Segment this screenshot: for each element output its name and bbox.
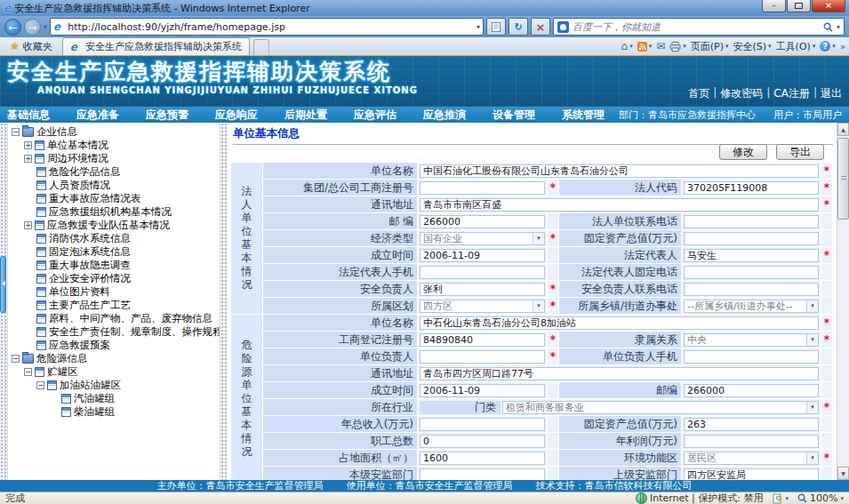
tree-item[interactable]: +单位基本情况 <box>8 139 220 152</box>
stop-button[interactable]: × <box>531 18 550 36</box>
print-dropdown-icon[interactable]: ▾ <box>683 43 686 50</box>
text-input[interactable]: 266000 <box>420 215 545 228</box>
refresh-button[interactable]: ↻ <box>509 18 528 36</box>
tree-item[interactable]: 重大事故隐患调查 <box>8 259 220 272</box>
url-text[interactable]: http://localhost:90/yjzh/frame/homepage.… <box>68 21 473 33</box>
text-input[interactable] <box>420 266 545 279</box>
tree-collapse-icon[interactable]: − <box>24 368 32 376</box>
text-input[interactable] <box>684 350 819 364</box>
select-field[interactable]: 居民区▾ <box>684 452 819 465</box>
text-input[interactable] <box>420 181 545 195</box>
header-link[interactable]: CA注册 <box>773 86 810 101</box>
text-input[interactable] <box>684 232 819 245</box>
page-menu[interactable]: 页面(P)▾ <box>691 40 729 53</box>
nav-menu-item[interactable]: 应急推演 <box>423 108 466 123</box>
tree-item[interactable]: −危险源信息 <box>8 352 220 365</box>
overflow-chevron-icon[interactable]: » <box>840 42 845 52</box>
text-input[interactable]: 0 <box>420 435 545 448</box>
tree-item[interactable]: 重大事故应急情况表 <box>8 192 220 205</box>
tree-collapse-icon[interactable]: − <box>36 381 44 389</box>
nav-menu-item[interactable]: 应急预警 <box>146 108 188 123</box>
nav-menu-item[interactable]: 系统管理 <box>562 108 605 123</box>
header-link[interactable]: 首页 <box>688 86 709 101</box>
text-input[interactable]: 2006-11-09 <box>420 249 545 262</box>
text-input[interactable]: 中石化山东青岛石油分公司8加油站 <box>420 316 819 330</box>
mail-icon[interactable]: ✉ <box>656 40 665 52</box>
scroll-down-button[interactable]: ▼ <box>837 467 849 480</box>
tree-item[interactable]: +应急救援专业队伍基本情况 <box>8 219 220 232</box>
panel-splitter-right[interactable] <box>220 123 228 480</box>
compatibility-view-button[interactable] <box>486 18 506 36</box>
safety-menu[interactable]: 安全(S)▾ <box>733 40 772 53</box>
forward-button[interactable]: → <box>24 19 41 36</box>
tree-item[interactable]: 企业安全评价情况 <box>8 272 220 285</box>
header-link[interactable]: 修改密码 <box>720 86 763 101</box>
vertical-scrollbar[interactable]: ▲ ▼ <box>837 123 849 480</box>
search-icon[interactable] <box>823 22 833 32</box>
nav-menu-item[interactable]: 基础信息 <box>7 108 50 123</box>
tree-expand-icon[interactable]: + <box>24 141 32 149</box>
text-input[interactable] <box>420 468 545 481</box>
header-link[interactable]: 退出 <box>821 86 842 101</box>
tree-expand-icon[interactable]: + <box>24 221 32 229</box>
text-input[interactable]: 张利 <box>420 283 545 296</box>
text-input[interactable] <box>420 418 545 431</box>
text-input[interactable]: 中国石油化工股份有限公司山东青岛石油分公司 <box>420 164 819 178</box>
help-icon[interactable]: ? <box>820 41 830 52</box>
text-input[interactable] <box>684 266 819 279</box>
tree-item[interactable]: 固定泡沫系统信息 <box>8 245 220 259</box>
favorites-button[interactable]: ★ 收藏夹 <box>4 38 59 55</box>
minimize-button[interactable]: – <box>762 0 786 12</box>
print-icon[interactable] <box>669 42 681 52</box>
text-input[interactable]: 青岛市市南区百盛 <box>420 198 819 212</box>
tree-item[interactable]: 应急救援预案 <box>8 339 220 352</box>
home-dropdown-icon[interactable]: ▾ <box>629 43 633 50</box>
select-field[interactable]: 租赁和商务服务业▾ <box>502 401 819 414</box>
text-input[interactable]: 2006-11-09 <box>420 384 545 397</box>
export-button[interactable]: 导出 <box>776 144 824 160</box>
tree-collapse-icon[interactable]: − <box>12 128 20 136</box>
tree-item[interactable]: 汽油罐组 <box>8 392 220 405</box>
rss-feed-icon[interactable] <box>637 42 647 52</box>
text-input[interactable]: 四方区安监局 <box>684 468 819 481</box>
tree-item[interactable]: 单位图片资料 <box>8 285 220 299</box>
select-field[interactable]: 中央▾ <box>684 333 819 347</box>
tree-item[interactable]: 柴油罐组 <box>8 405 220 419</box>
nav-menu-item[interactable]: 应急评估 <box>354 108 396 123</box>
scroll-up-button[interactable]: ▲ <box>837 123 849 136</box>
tree-item[interactable]: 消防供水系统信息 <box>8 232 220 245</box>
tree-item[interactable]: 原料、中间产物、产品、废弃物信息 <box>8 312 220 325</box>
text-input[interactable]: 青岛市四方区周口路77号 <box>420 367 819 380</box>
text-input[interactable] <box>684 283 819 296</box>
address-bar[interactable]: e http://localhost:90/yjzh/frame/homepag… <box>50 18 484 36</box>
text-input[interactable] <box>684 435 819 448</box>
restore-button[interactable] <box>787 0 811 12</box>
search-placeholder[interactable]: 百度一下，你就知道 <box>573 20 820 34</box>
text-input[interactable]: 马安生 <box>684 249 819 262</box>
tree-item[interactable]: 安全生产责任制、规章制度、操作规程信息 <box>8 325 220 339</box>
zoom-control[interactable]: 100% ▾ <box>797 492 844 504</box>
text-input[interactable]: 1600 <box>420 452 545 465</box>
tree-item[interactable]: 人员资质情况 <box>8 179 220 192</box>
select-field[interactable]: --所属乡镇/街道办事处--▾ <box>684 300 819 313</box>
text-input[interactable]: 266000 <box>684 384 819 397</box>
text-input[interactable]: 84890840 <box>420 333 545 347</box>
select-field[interactable]: 国有企业▾ <box>420 232 545 245</box>
address-dropdown-icon[interactable]: ▾ <box>477 23 480 31</box>
panel-splitter-left[interactable] <box>0 123 7 480</box>
text-input[interactable] <box>684 215 819 228</box>
home-icon[interactable]: ⌂ <box>621 40 629 52</box>
tree-item[interactable]: 主要产品生产工艺 <box>8 299 220 312</box>
new-tab-button[interactable] <box>253 39 269 55</box>
panel-collapse-handle[interactable] <box>0 256 6 313</box>
history-dropdown-icon[interactable]: ▾ <box>44 23 47 31</box>
nav-menu-item[interactable]: 设备管理 <box>493 108 535 123</box>
search-input[interactable]: 百度一下，你就知道 ▾ <box>553 18 845 36</box>
tree-collapse-icon[interactable]: − <box>12 355 20 363</box>
back-button[interactable]: ← <box>4 19 21 36</box>
text-input[interactable] <box>420 350 545 364</box>
tree-expand-icon[interactable]: + <box>24 155 32 163</box>
tree-item[interactable]: −加油站油罐区 <box>8 379 220 392</box>
nav-menu-item[interactable]: 后期处置 <box>284 108 327 123</box>
tree-item[interactable]: +周边环境情况 <box>8 152 220 165</box>
